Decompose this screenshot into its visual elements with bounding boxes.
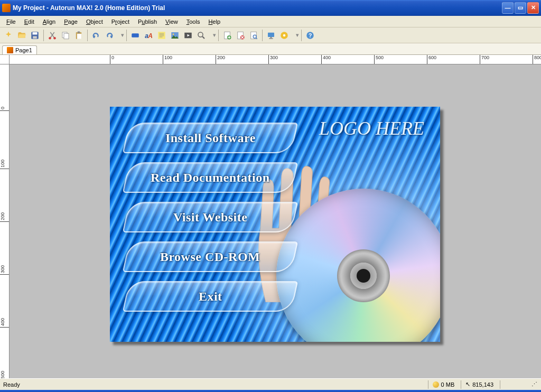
status-ready: Ready bbox=[3, 380, 422, 389]
svg-rect-26 bbox=[269, 38, 273, 39]
toolbar: ▾ aA ▾ ▾ ? bbox=[0, 27, 541, 43]
menu-edit[interactable]: Edit bbox=[20, 17, 39, 26]
status-spacer bbox=[500, 380, 521, 389]
canvas-background: LOGO HERE Install Software Read Document… bbox=[110, 107, 440, 342]
svg-rect-2 bbox=[33, 36, 37, 39]
logo-placeholder[interactable]: LOGO HERE bbox=[319, 117, 424, 139]
exit-button[interactable]: Exit bbox=[123, 281, 298, 312]
remove-page-button[interactable] bbox=[234, 29, 247, 42]
tab-bar: Page1 bbox=[0, 43, 541, 55]
cut-button[interactable] bbox=[46, 29, 59, 42]
svg-point-17 bbox=[198, 32, 203, 37]
menu-publish[interactable]: Publish bbox=[134, 17, 161, 26]
svg-text:A: A bbox=[147, 32, 153, 39]
paragraph-object-button[interactable] bbox=[155, 29, 168, 42]
app-icon bbox=[2, 4, 11, 12]
read-documentation-button[interactable]: Read Documentation bbox=[123, 162, 298, 193]
svg-rect-6 bbox=[64, 33, 69, 39]
svg-point-15 bbox=[173, 33, 174, 35]
svg-rect-9 bbox=[78, 31, 80, 33]
page-icon bbox=[7, 47, 13, 53]
svg-rect-1 bbox=[33, 32, 38, 35]
tab-page1[interactable]: Page1 bbox=[2, 45, 37, 54]
work-area: 0 100 200 300 400 500 600 700 800 0 100 … bbox=[0, 55, 541, 378]
svg-point-3 bbox=[49, 37, 51, 40]
ruler-vertical[interactable]: 0 100 200 300 400 500 bbox=[0, 64, 10, 378]
resize-grip[interactable]: ⋰ bbox=[527, 380, 538, 389]
open-button[interactable] bbox=[15, 29, 28, 42]
visit-website-button[interactable]: Visit Website bbox=[123, 202, 298, 232]
canvas-page[interactable]: LOGO HERE Install Software Read Document… bbox=[110, 107, 440, 342]
svg-point-28 bbox=[283, 34, 286, 36]
svg-text:?: ? bbox=[309, 32, 312, 38]
image-object-button[interactable] bbox=[169, 29, 181, 42]
label-object-button[interactable]: aA bbox=[142, 29, 155, 42]
svg-rect-13 bbox=[158, 32, 165, 39]
browse-cdrom-button[interactable]: Browse CD-ROM bbox=[123, 241, 298, 272]
close-button[interactable]: ✕ bbox=[527, 2, 539, 14]
video-object-button[interactable] bbox=[182, 29, 194, 42]
menu-tools[interactable]: Tools bbox=[182, 17, 204, 26]
redo-button[interactable] bbox=[103, 29, 116, 42]
svg-point-4 bbox=[53, 37, 56, 40]
cursor-icon: ↖ bbox=[465, 381, 470, 388]
status-memory: 0 MB bbox=[428, 380, 455, 389]
canvas-viewport[interactable]: LOGO HERE Install Software Read Document… bbox=[10, 64, 541, 378]
preview-button[interactable] bbox=[247, 29, 260, 42]
menu-bar: File Edit Align Page Object Project Publ… bbox=[0, 16, 541, 27]
menu-object[interactable]: Object bbox=[82, 17, 107, 26]
maximize-button[interactable]: ▭ bbox=[515, 2, 526, 14]
minimize-button[interactable]: — bbox=[502, 2, 514, 14]
help-button[interactable]: ? bbox=[304, 29, 316, 42]
tab-label: Page1 bbox=[15, 47, 32, 53]
svg-rect-25 bbox=[270, 37, 272, 38]
new-button[interactable] bbox=[2, 29, 15, 42]
zoom-tool-button[interactable] bbox=[195, 29, 208, 42]
window-title: My Project - Autorun MAX! 2.0 (Home Edit… bbox=[13, 4, 502, 12]
svg-rect-8 bbox=[77, 34, 81, 39]
menu-page[interactable]: Page bbox=[60, 17, 82, 26]
save-button[interactable] bbox=[29, 29, 41, 42]
svg-rect-10 bbox=[132, 33, 139, 38]
copy-button[interactable] bbox=[59, 29, 72, 42]
menu-align[interactable]: Align bbox=[39, 17, 60, 26]
run-button[interactable] bbox=[265, 29, 277, 42]
ruler-horizontal[interactable]: 0 100 200 300 400 500 600 700 800 bbox=[10, 55, 541, 64]
install-software-button[interactable]: Install Software bbox=[123, 123, 298, 153]
menu-view[interactable]: View bbox=[161, 17, 182, 26]
menu-help[interactable]: Help bbox=[204, 17, 225, 26]
svg-rect-24 bbox=[268, 32, 274, 36]
paste-button[interactable] bbox=[72, 29, 85, 42]
status-coords: ↖ 815,143 bbox=[461, 380, 493, 389]
add-page-button[interactable] bbox=[221, 29, 234, 42]
menu-project[interactable]: Project bbox=[107, 17, 134, 26]
taskbar bbox=[0, 390, 541, 392]
title-bar: My Project - Autorun MAX! 2.0 (Home Edit… bbox=[0, 0, 541, 16]
button-object-button[interactable] bbox=[129, 29, 142, 42]
undo-button[interactable] bbox=[90, 29, 102, 42]
burn-button[interactable] bbox=[278, 29, 291, 42]
ruler-corner bbox=[0, 55, 10, 64]
status-bar: Ready 0 MB ↖ 815,143 ⋰ bbox=[0, 378, 541, 390]
menu-file[interactable]: File bbox=[2, 17, 20, 26]
cd-disc-image bbox=[276, 189, 440, 342]
coin-icon bbox=[433, 381, 439, 388]
